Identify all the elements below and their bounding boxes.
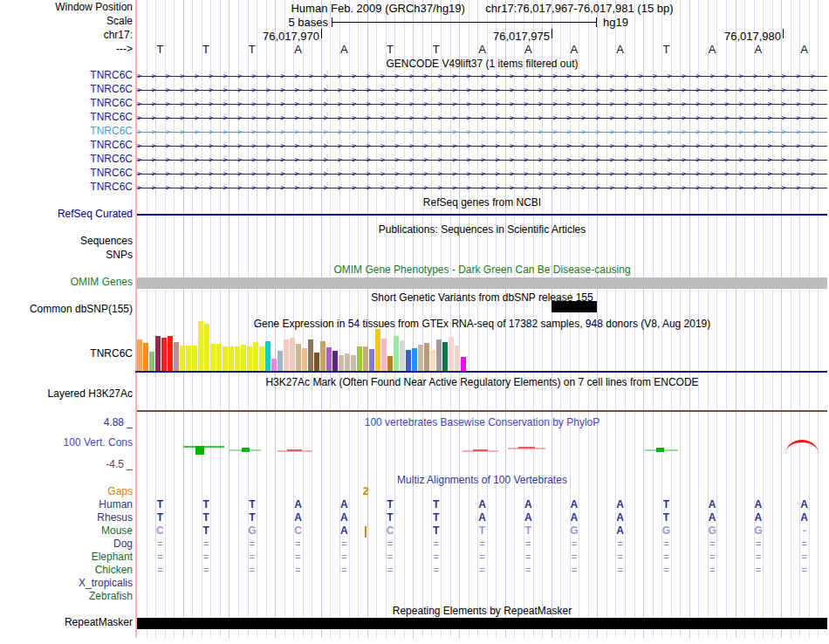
sequences-label[interactable]: Sequences	[0, 236, 133, 247]
gtex-tissue-bar[interactable]	[216, 344, 222, 371]
gtex-tissue-bar[interactable]	[400, 340, 405, 371]
omim-genes-label[interactable]: OMIM Genes	[0, 277, 133, 288]
gtex-tissue-bar[interactable]	[375, 329, 380, 371]
gencode-transcript-label[interactable]: TNRC6C	[0, 112, 133, 123]
multiz-species-label[interactable]: Gaps	[0, 486, 133, 497]
gencode-transcript-line[interactable]: >>>>>>>>>>>>>>>>>>>>>>>>>>>>>>>>>>>>>>>>…	[137, 155, 827, 164]
gtex-tissue-bar[interactable]	[198, 321, 203, 371]
multiz-species-label[interactable]: Human	[0, 499, 133, 510]
gencode-transcript-label[interactable]: TNRC6C	[0, 140, 133, 151]
multiz-species-label[interactable]: X_tropicalis	[0, 578, 133, 589]
gtex-tissue-bar[interactable]	[241, 345, 246, 371]
gtex-gene-label[interactable]: TNRC6C	[0, 348, 133, 360]
gencode-transcript-line[interactable]: >>>>>>>>>>>>>>>>>>>>>>>>>>>>>>>>>>>>>>>>…	[137, 113, 827, 122]
gtex-tissue-bar[interactable]	[339, 355, 344, 371]
gtex-tissue-bar[interactable]	[449, 337, 454, 371]
gtex-tissue-bar[interactable]	[168, 336, 173, 371]
refseq-curated-label[interactable]: RefSeq Curated	[0, 209, 133, 220]
gtex-tissue-bar[interactable]	[308, 339, 313, 371]
gtex-tissue-bar[interactable]	[436, 339, 442, 371]
dbsnp-variant-box[interactable]	[552, 301, 597, 312]
gtex-tissue-bar[interactable]	[442, 342, 448, 371]
gtex-tissue-bar[interactable]	[290, 338, 295, 371]
gtex-tissue-bar[interactable]	[406, 350, 411, 371]
reference-base: A	[565, 44, 584, 55]
gtex-tissue-bar[interactable]	[271, 359, 277, 371]
alignment-base-cell: =	[611, 552, 630, 563]
conservation-track-label[interactable]: 100 Vert. Cons	[0, 437, 133, 449]
gtex-tissue-bar[interactable]	[314, 353, 319, 371]
gtex-tissue-bar[interactable]	[265, 341, 271, 371]
gtex-tissue-bar[interactable]	[387, 356, 393, 371]
gtex-tissue-bar[interactable]	[192, 346, 197, 371]
omim-gene-bar[interactable]	[137, 277, 827, 289]
gtex-tissue-bar[interactable]	[461, 357, 466, 371]
gtex-tissue-bar[interactable]	[381, 339, 387, 371]
alignment-base-cell: A	[611, 499, 630, 510]
multiz-species-label[interactable]: Zebrafish	[0, 591, 133, 602]
multiz-species-label[interactable]: Elephant	[0, 552, 133, 563]
gtex-tissue-bar[interactable]	[369, 349, 374, 371]
gtex-tissue-bar[interactable]	[320, 341, 325, 371]
gtex-tissue-bar[interactable]	[174, 342, 179, 371]
multiz-species-label[interactable]: Mouse	[0, 525, 133, 537]
gtex-tissue-bar[interactable]	[137, 339, 142, 371]
gtex-tissue-bar[interactable]	[210, 344, 216, 371]
gtex-tissue-bar[interactable]	[186, 346, 191, 371]
gtex-tissue-bar[interactable]	[180, 346, 185, 371]
gtex-tissue-bar[interactable]	[351, 355, 356, 371]
gtex-tissue-bar[interactable]	[455, 346, 460, 371]
gtex-tissue-bar[interactable]	[430, 350, 435, 371]
refseq-gene-line[interactable]	[137, 214, 827, 216]
gencode-transcript-line[interactable]: >>>>>>>>>>>>>>>>>>>>>>>>>>>>>>>>>>>>>>>>…	[137, 141, 827, 150]
alignment-base-cell: A	[795, 499, 814, 510]
gtex-tissue-bar[interactable]	[247, 346, 252, 371]
gencode-transcript-line[interactable]: >>>>>>>>>>>>>>>>>>>>>>>>>>>>>>>>>>>>>>>>…	[137, 127, 827, 136]
multiz-species-label[interactable]: Rhesus	[0, 512, 133, 524]
gencode-transcript-line[interactable]: >>>>>>>>>>>>>>>>>>>>>>>>>>>>>>>>>>>>>>>>…	[137, 72, 827, 80]
gtex-tissue-bar[interactable]	[296, 344, 301, 371]
repeatmasker-label[interactable]: RepeatMasker	[0, 617, 133, 628]
gtex-tissue-bar[interactable]	[253, 342, 258, 371]
gtex-tissue-bar[interactable]	[345, 353, 350, 371]
gtex-tissue-bar[interactable]	[143, 343, 148, 371]
gtex-tissue-bar[interactable]	[229, 346, 234, 371]
gencode-transcript-line[interactable]: >>>>>>>>>>>>>>>>>>>>>>>>>>>>>>>>>>>>>>>>…	[137, 86, 827, 94]
gtex-tissue-bar[interactable]	[424, 343, 429, 371]
gtex-tissue-bar[interactable]	[332, 351, 338, 371]
gencode-transcript-line[interactable]: >>>>>>>>>>>>>>>>>>>>>>>>>>>>>>>>>>>>>>>>…	[137, 183, 827, 192]
gencode-transcript-label[interactable]: TNRC6C	[0, 168, 133, 179]
gtex-tissue-bar[interactable]	[149, 352, 154, 371]
strand-label: --->	[0, 44, 133, 55]
gtex-tissue-bar[interactable]	[161, 338, 167, 371]
multiz-species-label[interactable]: Dog	[0, 538, 133, 550]
gtex-tissue-bar[interactable]	[418, 345, 423, 371]
gencode-transcript-label[interactable]: TNRC6C	[0, 84, 133, 95]
gtex-tissue-bar[interactable]	[302, 348, 307, 371]
gencode-transcript-label[interactable]: TNRC6C	[0, 126, 133, 137]
gtex-tissue-bar[interactable]	[394, 336, 399, 371]
gtex-tissue-bar[interactable]	[412, 348, 417, 371]
layered-h3k27ac-label[interactable]: Layered H3K27Ac	[0, 388, 133, 400]
gtex-tissue-bar[interactable]	[277, 351, 283, 371]
gtex-tissue-bar[interactable]	[259, 346, 264, 371]
gencode-transcript-label[interactable]: TNRC6C	[0, 98, 133, 109]
gtex-tissue-bar[interactable]	[284, 339, 289, 371]
alignment-base-cell: A	[473, 499, 492, 510]
snps-label[interactable]: SNPs	[0, 250, 133, 261]
common-dbsnp-label[interactable]: Common dbSNP(155)	[0, 304, 133, 315]
gtex-tissue-bar[interactable]	[155, 336, 161, 371]
gtex-tissue-bar[interactable]	[357, 346, 362, 371]
gtex-tissue-bar[interactable]	[363, 346, 368, 371]
gencode-transcript-label[interactable]: TNRC6C	[0, 70, 133, 81]
gtex-tissue-bar[interactable]	[326, 347, 332, 371]
multiz-species-label[interactable]: Chicken	[0, 565, 133, 576]
gencode-transcript-line[interactable]: >>>>>>>>>>>>>>>>>>>>>>>>>>>>>>>>>>>>>>>>…	[137, 99, 827, 108]
gencode-transcript-label[interactable]: TNRC6C	[0, 154, 133, 165]
gtex-tissue-bar[interactable]	[204, 324, 209, 371]
gtex-tissue-bar[interactable]	[235, 346, 240, 371]
repeatmasker-bar[interactable]	[137, 618, 827, 629]
gencode-transcript-label[interactable]: TNRC6C	[0, 182, 133, 193]
gtex-tissue-bar[interactable]	[223, 346, 228, 371]
gencode-transcript-line[interactable]: >>>>>>>>>>>>>>>>>>>>>>>>>>>>>>>>>>>>>>>>…	[137, 169, 827, 178]
